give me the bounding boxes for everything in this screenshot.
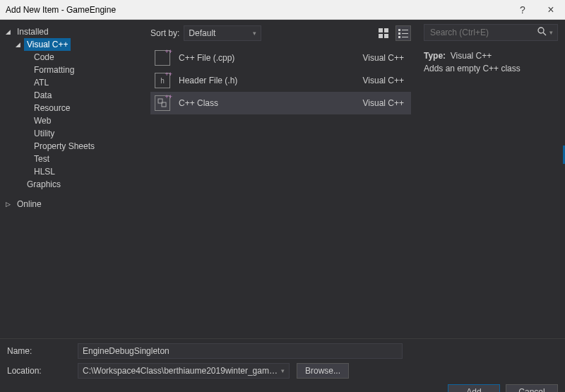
svg-rect-4 xyxy=(398,29,400,31)
svg-rect-1 xyxy=(384,28,388,32)
tree-web[interactable]: Web xyxy=(6,114,145,127)
tree-label: Visual C++ xyxy=(24,38,71,51)
location-label: Location: xyxy=(7,366,71,376)
help-button[interactable]: ? xyxy=(509,4,537,16)
tree-data[interactable]: Data xyxy=(6,89,145,102)
template-lang: Visual C++ xyxy=(363,98,404,108)
tree-label: Resource xyxy=(31,102,73,114)
location-value: C:\Workspace4Class\berthiaume2019winter_… xyxy=(83,366,281,376)
sort-label: Sort by: xyxy=(150,28,179,38)
tree-resource[interactable]: Resource xyxy=(6,102,145,114)
svg-point-12 xyxy=(538,28,544,33)
svg-line-13 xyxy=(543,32,546,35)
window-title: Add New Item - GameEngine xyxy=(6,5,509,15)
svg-rect-5 xyxy=(402,30,408,30)
cancel-button[interactable]: Cancel xyxy=(506,384,558,392)
svg-rect-9 xyxy=(402,37,408,37)
search-options-dropdown[interactable]: ▾ xyxy=(547,29,553,36)
sort-value: Default xyxy=(189,28,215,38)
tree-label: Graphics xyxy=(24,178,64,191)
location-combo[interactable]: C:\Workspace4Class\berthiaume2019winter_… xyxy=(78,363,290,379)
tree-formatting[interactable]: Formatting xyxy=(6,64,145,76)
template-tree: ◢ Installed ◢ Visual C++ CodeFormattingA… xyxy=(0,20,145,338)
chevron-right-icon: ▷ xyxy=(6,198,14,210)
header-file-icon: h++ xyxy=(155,73,170,88)
tree-hlsl[interactable]: HLSL xyxy=(6,165,145,178)
cpp-file-icon: ++ xyxy=(155,50,170,66)
svg-rect-0 xyxy=(379,28,383,32)
view-medium-icons[interactable] xyxy=(376,25,391,41)
tree-label: HLSL xyxy=(31,165,58,178)
tree-label: Property Sheets xyxy=(31,140,97,153)
tree-property-sheets[interactable]: Property Sheets xyxy=(6,140,145,153)
tree-atl[interactable]: ATL xyxy=(6,76,145,89)
template-item[interactable]: h++Header File (.h)Visual C++ xyxy=(150,69,411,92)
search-icon[interactable] xyxy=(537,27,547,38)
svg-rect-2 xyxy=(379,34,383,38)
template-name: C++ File (.cpp) xyxy=(179,53,355,63)
search-input[interactable] xyxy=(429,27,537,38)
svg-rect-6 xyxy=(398,32,400,35)
tree-online[interactable]: ▷ Online xyxy=(6,198,145,210)
template-item[interactable]: ++C++ File (.cpp)Visual C++ xyxy=(150,47,411,69)
tree-label: Web xyxy=(31,114,54,127)
chevron-down-icon: ◢ xyxy=(16,38,24,51)
tree-label: ATL xyxy=(31,76,52,89)
tree-visual-cpp[interactable]: ◢ Visual C++ xyxy=(6,38,145,51)
type-description: Adds an empty C++ class xyxy=(424,62,558,75)
chevron-down-icon: ◢ xyxy=(6,25,14,38)
tree-label: Utility xyxy=(31,127,57,140)
svg-rect-3 xyxy=(384,34,388,38)
tree-label: Test xyxy=(31,153,52,165)
type-row: Type: Visual C++ xyxy=(424,49,558,62)
tree-test[interactable]: Test xyxy=(6,153,145,165)
template-item[interactable]: ++C++ ClassVisual C++ xyxy=(150,92,411,114)
type-value: Visual C++ xyxy=(451,51,492,61)
sort-combo[interactable]: Default ▾ xyxy=(184,25,261,41)
template-name: Header File (.h) xyxy=(179,76,355,85)
tree-graphics[interactable]: Graphics xyxy=(6,178,145,191)
svg-rect-8 xyxy=(398,36,400,38)
template-name: C++ Class xyxy=(179,98,355,108)
add-button[interactable]: Add xyxy=(448,384,500,392)
close-button[interactable]: × xyxy=(537,4,565,16)
chevron-down-icon: ▾ xyxy=(253,30,256,37)
tree-label: Data xyxy=(31,89,54,102)
tree-label: Online xyxy=(14,198,44,210)
template-lang: Visual C++ xyxy=(363,76,404,85)
tree-code[interactable]: Code xyxy=(6,51,145,64)
tree-label: Formatting xyxy=(31,64,77,76)
search-box[interactable]: ▾ xyxy=(424,24,558,41)
tree-label: Installed xyxy=(14,25,52,38)
name-input[interactable] xyxy=(78,343,403,359)
name-label: Name: xyxy=(7,346,71,356)
tree-installed[interactable]: ◢ Installed xyxy=(6,25,145,38)
tree-label: Code xyxy=(31,51,57,64)
cpp-class-icon: ++ xyxy=(155,95,170,111)
tree-utility[interactable]: Utility xyxy=(6,127,145,140)
chevron-down-icon: ▾ xyxy=(281,367,285,374)
browse-button[interactable]: Browse... xyxy=(297,363,349,379)
template-lang: Visual C++ xyxy=(363,53,404,63)
svg-rect-7 xyxy=(402,33,408,34)
view-details[interactable] xyxy=(396,25,411,41)
type-label: Type: xyxy=(424,51,446,61)
